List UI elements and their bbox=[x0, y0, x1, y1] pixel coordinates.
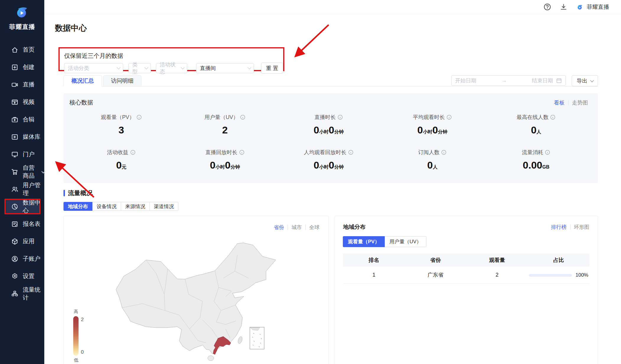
status-select[interactable]: 活动状态 bbox=[156, 63, 187, 73]
sidebar-item-live[interactable]: 直播 bbox=[0, 76, 44, 93]
video-icon bbox=[11, 99, 18, 106]
cell-province: 广东省 bbox=[405, 267, 467, 283]
info-icon[interactable] bbox=[441, 150, 446, 155]
gear-icon bbox=[11, 273, 18, 280]
account-logo-icon bbox=[576, 4, 584, 11]
app-root: 菲耀直播 首页 创建 直播 视频 合辑 bbox=[0, 0, 621, 364]
divider bbox=[305, 225, 306, 230]
users-icon bbox=[11, 186, 18, 193]
view-ring-link[interactable]: 环形图 bbox=[574, 223, 590, 231]
core-view-switch: 看板 走势图 bbox=[554, 99, 588, 106]
tabs-row: 概况汇总 访问明细 开始日期 → 结束日期 导出 bbox=[63, 75, 598, 86]
china-map bbox=[114, 241, 279, 364]
sidebar-item-user-management[interactable]: 用户管理 bbox=[0, 180, 44, 198]
metric-tab-pv[interactable]: 观看量（PV） bbox=[343, 236, 385, 247]
col-views: 观看量 bbox=[466, 254, 528, 267]
reset-button[interactable]: 重 置 bbox=[261, 63, 283, 74]
sidebar-item-portal[interactable]: 门户 bbox=[0, 146, 44, 163]
subtab-channel[interactable]: 渠道情况 bbox=[149, 202, 178, 211]
scope-city-link[interactable]: 城市 bbox=[291, 224, 302, 231]
divider bbox=[568, 100, 568, 105]
sidebar-item-apps[interactable]: 应用 bbox=[0, 233, 44, 250]
info-icon[interactable] bbox=[130, 150, 136, 155]
legend-min-value: 0 bbox=[81, 349, 84, 355]
sidebar-item-registration[interactable]: 报名表 bbox=[0, 215, 44, 233]
chevron-down-icon bbox=[181, 66, 185, 69]
stat-revenue: 活动收益 0元 bbox=[69, 149, 173, 171]
type-select[interactable]: 类型 bbox=[128, 63, 151, 73]
view-rank-link[interactable]: 排行榜 bbox=[551, 223, 567, 231]
info-icon[interactable] bbox=[239, 150, 245, 155]
metric-tab-uv[interactable]: 用户量（UV） bbox=[384, 236, 427, 247]
view-trend-link[interactable]: 走势图 bbox=[572, 99, 588, 106]
subtab-device[interactable]: 设备情况 bbox=[92, 202, 121, 211]
export-button[interactable]: 导出 bbox=[572, 75, 598, 86]
share-percent: 100% bbox=[576, 272, 588, 278]
sidebar-item-subaccount[interactable]: 子账户 bbox=[0, 250, 44, 267]
info-icon[interactable] bbox=[240, 115, 245, 120]
cube-icon bbox=[11, 238, 18, 245]
sidebar-item-products[interactable]: 自营商品 bbox=[0, 163, 44, 180]
filter-box: 仅保留近三个月的数据 活动分类 类型 活动状态 直播间 重 置 bbox=[58, 47, 284, 71]
date-arrow: → bbox=[479, 77, 529, 84]
sidebar-item-collection[interactable]: 合辑 bbox=[0, 111, 44, 128]
cell-rank: 1 bbox=[343, 267, 405, 283]
retention-note: 仅保留近三个月的数据 bbox=[64, 52, 283, 60]
col-rank: 排名 bbox=[343, 254, 405, 267]
scope-province-link[interactable]: 省份 bbox=[274, 224, 284, 231]
form-icon bbox=[11, 221, 18, 228]
info-icon[interactable] bbox=[545, 150, 550, 155]
stat-avg-watch-duration: 平均观看时长 0小时0分钟 bbox=[381, 114, 484, 136]
help-icon[interactable] bbox=[544, 3, 551, 11]
stat-uv: 用户量（UV） 2 bbox=[173, 114, 277, 136]
info-icon[interactable] bbox=[136, 115, 142, 120]
main-area: 菲耀直播 数据中心 仅保留近三个月的数据 活动分类 类型 活动状态 直播间 重 bbox=[44, 0, 621, 364]
sidebar-item-home[interactable]: 首页 bbox=[0, 41, 44, 58]
legend-max-value: 2 bbox=[81, 317, 84, 323]
sidebar-item-video[interactable]: 视频 bbox=[0, 93, 44, 111]
region-rank-table: 排名 省份 观看量 占比 1 广东省 2 bbox=[343, 254, 589, 284]
date-range-picker[interactable]: 开始日期 → 结束日期 bbox=[451, 75, 566, 86]
info-icon[interactable] bbox=[338, 115, 343, 120]
tab-summary[interactable]: 概况汇总 bbox=[63, 75, 102, 86]
core-data-panel: 核心数据 看板 走势图 观看量（PV） 3 用户量（UV） 2 直播时长 bbox=[63, 93, 598, 183]
traffic-sub-tabs: 地域分布 设备情况 来源情况 渠道情况 bbox=[63, 202, 621, 211]
core-data-title: 核心数据 bbox=[69, 99, 93, 107]
start-date-input[interactable]: 开始日期 bbox=[455, 77, 476, 84]
room-select[interactable]: 直播间 bbox=[196, 63, 254, 73]
sidebar-item-traffic-stats[interactable]: 流量统计 bbox=[0, 285, 44, 302]
legend-gradient-bar bbox=[73, 316, 79, 356]
download-icon[interactable] bbox=[560, 3, 567, 11]
sidebar-item-data-center[interactable]: 数据中心 bbox=[0, 198, 44, 215]
cell-share: 100% bbox=[528, 267, 590, 283]
sidebar-item-media-library[interactable]: 媒体库 bbox=[0, 128, 44, 146]
region-card-title: 地域分布 bbox=[343, 223, 366, 231]
subtab-region[interactable]: 地域分布 bbox=[63, 202, 92, 211]
region-view-switch: 排行榜 环形图 bbox=[551, 223, 589, 231]
stat-replay-duration: 直播回放时长 0小时0分钟 bbox=[173, 149, 277, 171]
sidebar-item-settings[interactable]: 设置 bbox=[0, 267, 44, 285]
metric-tabs: 观看量（PV） 用户量（UV） bbox=[343, 236, 589, 247]
info-icon[interactable] bbox=[348, 150, 353, 155]
sidebar-item-create[interactable]: 创建 bbox=[0, 58, 44, 76]
map-card: 省份 城市 全球 bbox=[63, 216, 329, 364]
subtab-source[interactable]: 来源情况 bbox=[121, 202, 150, 211]
end-date-input[interactable]: 结束日期 bbox=[532, 77, 553, 84]
map-legend: 高 2 0 低 bbox=[73, 309, 94, 363]
account-menu[interactable]: 菲耀直播 bbox=[576, 3, 609, 11]
scope-global-link[interactable]: 全球 bbox=[309, 224, 320, 231]
pie-chart-icon bbox=[11, 203, 18, 210]
view-board-link[interactable]: 看板 bbox=[554, 99, 565, 106]
map-island-hainan bbox=[208, 356, 214, 361]
traffic-stats-icon bbox=[11, 290, 18, 297]
sidebar-nav: 首页 创建 直播 视频 合辑 媒体库 bbox=[0, 41, 44, 302]
section-accent-bar bbox=[63, 190, 65, 196]
info-icon[interactable] bbox=[550, 115, 555, 120]
account-name: 菲耀直播 bbox=[587, 3, 609, 11]
category-select[interactable]: 活动分类 bbox=[64, 63, 123, 73]
chevron-down-icon bbox=[590, 79, 594, 82]
core-data-header: 核心数据 看板 走势图 bbox=[69, 99, 588, 107]
info-icon[interactable] bbox=[446, 115, 452, 120]
tab-visit-detail[interactable]: 访问明细 bbox=[103, 75, 141, 86]
chevron-down-icon bbox=[117, 66, 120, 69]
